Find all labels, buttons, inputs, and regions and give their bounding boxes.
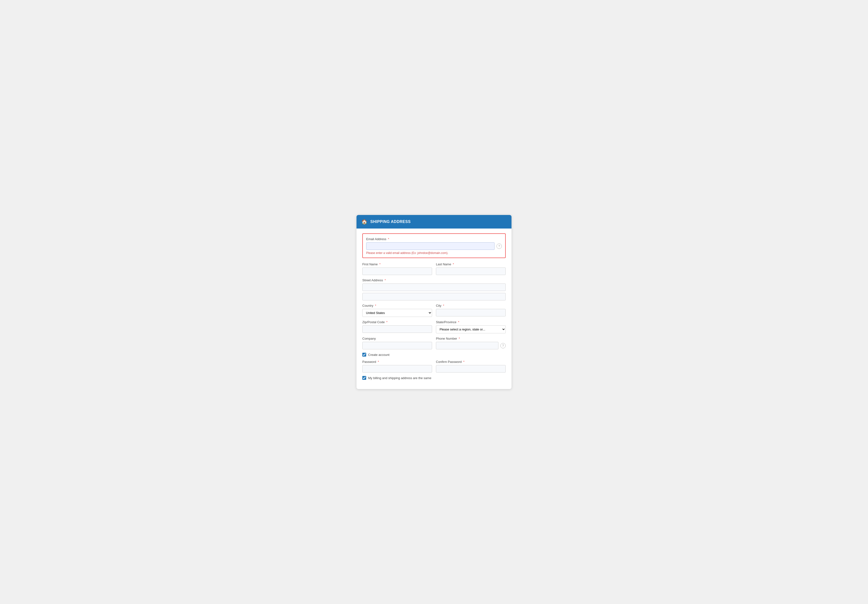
first-name-group: First Name *: [362, 262, 432, 275]
country-label: Country *: [362, 304, 432, 307]
zip-input[interactable]: [362, 325, 432, 333]
billing-same-label[interactable]: My billing and shipping address are the …: [368, 376, 431, 380]
phone-label: Phone Number *: [436, 337, 506, 341]
password-label: Password *: [362, 360, 432, 364]
password-row: Password * Confirm Password *: [362, 360, 506, 373]
confirm-password-group: Confirm Password *: [436, 360, 506, 373]
zip-group: Zip/Postal Code *: [362, 320, 432, 333]
email-error-message: Please enter a valid email address (Ex: …: [366, 251, 502, 255]
last-name-input[interactable]: [436, 268, 506, 275]
country-select[interactable]: United States Canada United Kingdom Aust…: [362, 309, 432, 317]
home-icon: 🏠: [361, 219, 367, 225]
first-name-label: First Name *: [362, 262, 432, 266]
last-name-group: Last Name *: [436, 262, 506, 275]
phone-input[interactable]: [436, 342, 498, 349]
first-name-input[interactable]: [362, 268, 432, 275]
billing-same-row: My billing and shipping address are the …: [362, 376, 506, 380]
phone-input-row: ?: [436, 342, 506, 349]
card-header: 🏠 SHIPPING ADDRESS: [356, 215, 512, 229]
password-group: Password *: [362, 360, 432, 373]
street-address-inputs: [362, 283, 506, 300]
email-input[interactable]: [366, 242, 494, 250]
zip-label: Zip/Postal Code *: [362, 320, 432, 324]
create-account-checkbox[interactable]: [362, 353, 366, 356]
country-group: Country * United States Canada United Ki…: [362, 304, 432, 317]
state-label: State/Province *: [436, 320, 506, 324]
phone-group: Phone Number * ?: [436, 337, 506, 349]
street-address-label: Street Address *: [362, 279, 506, 282]
email-label: Email Address *: [366, 237, 502, 241]
city-group: City *: [436, 304, 506, 317]
street-address-section: Street Address *: [362, 279, 506, 300]
street-address-line1[interactable]: [362, 283, 506, 291]
email-section: Email Address * ? Please enter a valid e…: [362, 233, 506, 258]
confirm-password-input[interactable]: [436, 365, 506, 373]
email-help-icon[interactable]: ?: [496, 243, 502, 249]
company-input[interactable]: [362, 342, 432, 349]
billing-same-checkbox[interactable]: [362, 376, 366, 380]
state-group: State/Province * Please select a region,…: [436, 320, 506, 333]
zip-state-row: Zip/Postal Code * State/Province * Pleas…: [362, 320, 506, 333]
company-phone-row: Company Phone Number * ?: [362, 337, 506, 349]
create-account-row: Create account: [362, 353, 506, 356]
shipping-address-card: 🏠 SHIPPING ADDRESS Email Address * ? Ple…: [356, 215, 512, 389]
phone-help-icon[interactable]: ?: [501, 343, 506, 348]
email-required-star: *: [387, 237, 389, 241]
city-label: City *: [436, 304, 506, 307]
company-label: Company: [362, 337, 432, 341]
name-row: First Name * Last Name *: [362, 262, 506, 275]
company-group: Company: [362, 337, 432, 349]
card-body: Email Address * ? Please enter a valid e…: [356, 229, 512, 389]
state-select[interactable]: Please select a region, state or... Alab…: [436, 325, 506, 333]
create-account-label[interactable]: Create account: [368, 353, 389, 356]
street-address-line2[interactable]: [362, 293, 506, 300]
password-input[interactable]: [362, 365, 432, 373]
email-input-row: ?: [366, 242, 502, 250]
card-title: SHIPPING ADDRESS: [370, 220, 411, 224]
country-city-row: Country * United States Canada United Ki…: [362, 304, 506, 317]
last-name-label: Last Name *: [436, 262, 506, 266]
city-input[interactable]: [436, 309, 506, 316]
confirm-password-label: Confirm Password *: [436, 360, 506, 364]
